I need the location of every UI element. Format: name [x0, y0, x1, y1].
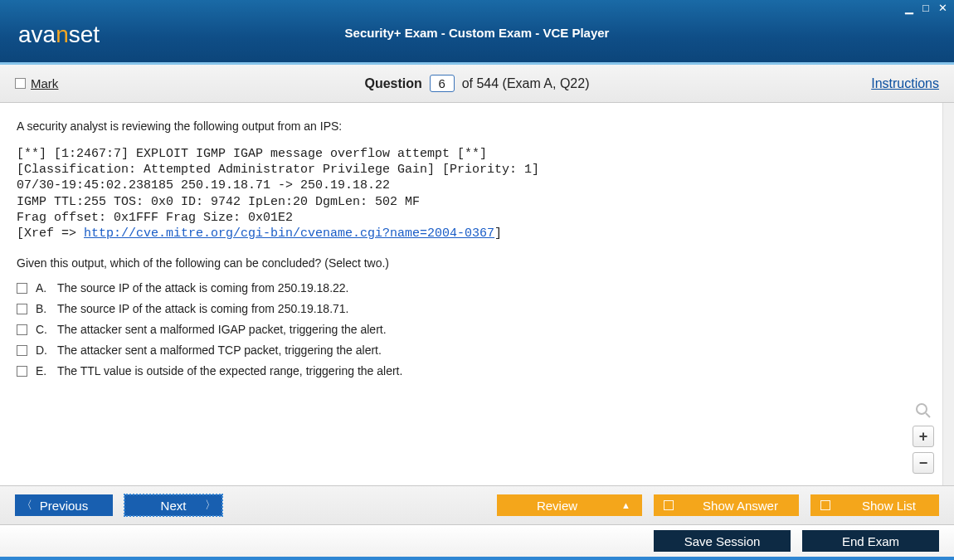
plus-icon: + — [919, 428, 928, 446]
svg-point-0 — [917, 404, 927, 414]
answer-letter: E. — [36, 364, 49, 377]
answer-text: The TTL value is outside of the expected… — [57, 364, 926, 377]
code-line-5: Frag offset: 0x1FFF Frag Size: 0x01E2 — [17, 211, 293, 225]
zoom-in-button[interactable]: + — [913, 426, 934, 447]
answer-letter: C. — [36, 323, 49, 336]
session-bar: Save Session End Exam — [0, 525, 954, 557]
show-answer-label: Show Answer — [703, 499, 778, 513]
answer-row[interactable]: E. The TTL value is outside of the expec… — [17, 364, 926, 377]
chevron-left-icon: 〈 — [22, 498, 32, 513]
maximize-button[interactable]: □ — [919, 2, 932, 13]
mark-label: Mark — [31, 76, 58, 90]
show-list-checkbox[interactable] — [820, 500, 830, 510]
end-exam-label: End Exam — [842, 534, 899, 548]
xref-pre: [Xref => — [17, 226, 84, 241]
code-line-3: 07/30-19:45:02.238185 250.19.18.71 -> 25… — [17, 178, 390, 192]
window-title: Security+ Exam - Custom Exam - VCE Playe… — [0, 26, 954, 40]
close-button[interactable]: ✕ — [936, 2, 949, 13]
triangle-up-icon: ▲ — [621, 500, 630, 510]
next-button[interactable]: Next 〉 — [124, 494, 222, 516]
title-bar: avanset Security+ Exam - Custom Exam - V… — [0, 0, 954, 65]
answer-checkbox[interactable] — [17, 283, 27, 294]
question-info-bar: Mark Question 6 of 544 (Exam A, Q22) Ins… — [0, 65, 954, 103]
xref-post: ] — [494, 226, 502, 241]
answer-text: The source IP of the attack is coming fr… — [57, 302, 926, 315]
answer-checkbox[interactable] — [17, 345, 27, 356]
save-session-button[interactable]: Save Session — [654, 530, 791, 552]
code-line-1: [**] [1:2467:7] EXPLOIT IGMP IGAP messag… — [17, 147, 487, 161]
zoom-out-button[interactable]: − — [913, 452, 934, 474]
question-prompt: A security analyst is reviewing the foll… — [17, 119, 926, 133]
previous-label: Previous — [40, 499, 88, 513]
ips-output: [**] [1:2467:7] EXPLOIT IGMP IGAP messag… — [17, 146, 926, 241]
answer-row[interactable]: B. The source IP of the attack is coming… — [17, 302, 926, 315]
content-scroll[interactable]: A security analyst is reviewing the foll… — [0, 103, 942, 485]
show-answer-button[interactable]: Show Answer — [654, 494, 799, 516]
mark-checkbox[interactable] — [15, 78, 26, 89]
zoom-controls: + − — [913, 401, 934, 474]
mark-group[interactable]: Mark — [15, 76, 58, 90]
answer-checkbox[interactable] — [17, 304, 27, 314]
maximize-icon: □ — [922, 2, 929, 14]
answer-list: A. The source IP of the attack is coming… — [17, 281, 926, 377]
show-list-button[interactable]: Show List — [810, 494, 939, 516]
window-controls: ▁ □ ✕ — [903, 2, 949, 13]
answer-letter: A. — [36, 281, 49, 295]
xref-link[interactable]: http://cve.mitre.org/cgi-bin/cvename.cgi… — [84, 226, 494, 241]
scrollbar[interactable] — [942, 103, 954, 485]
answer-row[interactable]: C. The attacker sent a malformed IGAP pa… — [17, 323, 926, 336]
svg-line-1 — [926, 413, 930, 417]
show-list-label: Show List — [862, 499, 916, 513]
answer-text: The source IP of the attack is coming fr… — [57, 281, 926, 295]
next-label: Next — [161, 499, 187, 513]
code-line-4: IGMP TTL:255 TOS: 0x0 ID: 9742 IpLen:20 … — [17, 195, 420, 209]
previous-button[interactable]: 〈 Previous — [15, 494, 113, 516]
app-window: avanset Security+ Exam - Custom Exam - V… — [0, 0, 954, 560]
question-suffix: of 544 (Exam A, Q22) — [462, 76, 590, 90]
search-icon[interactable] — [913, 401, 933, 421]
chevron-right-icon: 〉 — [205, 498, 216, 513]
question-followup: Given this output, which of the followin… — [17, 256, 926, 270]
answer-checkbox[interactable] — [17, 324, 27, 335]
answer-checkbox[interactable] — [17, 366, 27, 377]
end-exam-button[interactable]: End Exam — [802, 530, 939, 552]
minimize-icon: ▁ — [905, 2, 913, 14]
answer-row[interactable]: D. The attacker sent a malformed TCP pac… — [17, 343, 926, 357]
question-word: Question — [365, 76, 422, 90]
content-area: A security analyst is reviewing the foll… — [0, 103, 954, 485]
nav-bar: 〈 Previous Next 〉 Review ▲ Show Answer S… — [0, 485, 954, 525]
minimize-button[interactable]: ▁ — [903, 2, 916, 13]
code-line-2: [Classification: Attempted Administrator… — [17, 163, 539, 177]
answer-letter: D. — [36, 343, 49, 357]
instructions-link[interactable]: Instructions — [871, 76, 939, 91]
answer-text: The attacker sent a malformed TCP packet… — [57, 343, 926, 357]
question-number-box[interactable]: 6 — [430, 75, 455, 92]
review-label: Review — [537, 499, 577, 513]
question-position: Question 6 of 544 (Exam A, Q22) — [0, 75, 954, 92]
footer-accent — [0, 557, 954, 560]
answer-row[interactable]: A. The source IP of the attack is coming… — [17, 281, 926, 295]
answer-text: The attacker sent a malformed IGAP packe… — [57, 323, 926, 336]
minus-icon: − — [919, 455, 928, 472]
review-button[interactable]: Review ▲ — [497, 494, 642, 516]
close-icon: ✕ — [938, 2, 947, 14]
answer-letter: B. — [36, 302, 49, 315]
save-session-label: Save Session — [684, 534, 761, 548]
show-answer-checkbox[interactable] — [664, 500, 674, 510]
